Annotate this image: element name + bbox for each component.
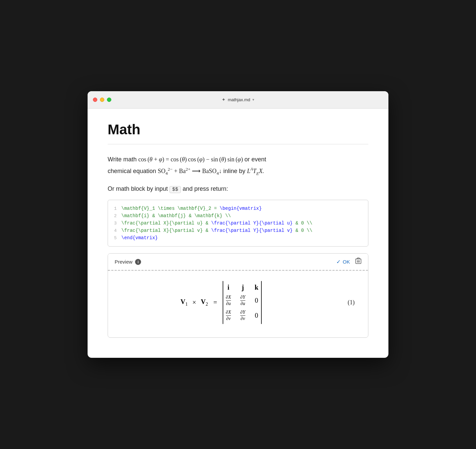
titlebar: ✦ mathjax.md ▾ — [88, 91, 388, 109]
line-content-1: \mathbf{V}_1 \times \mathbf{V}_2 = \begi… — [121, 206, 368, 211]
preview-actions: ✓ OK — [336, 258, 361, 266]
cell-j: j — [240, 284, 245, 291]
title-chevron-icon[interactable]: ▾ — [252, 98, 254, 102]
line-content-3: \frac{\partial X}{\partial u} & \frac{\p… — [121, 220, 368, 226]
cell-dxdv: ∂X ∂v — [226, 310, 231, 321]
line-num-4: 4 — [108, 228, 121, 233]
equation-container: V1 × V2 = — [121, 281, 355, 324]
close-button[interactable] — [93, 98, 97, 102]
dollar-badge: $$ — [169, 186, 181, 193]
code-line-2: 2 \mathbf{i} & \mathbf{j} & \mathbf{k} \… — [108, 212, 368, 219]
chemical-equation: SO42− + Ba2+ ⟶ BaSO4↓ — [158, 168, 223, 174]
equals-symbol: = — [213, 299, 217, 306]
window-title: mathjax.md — [228, 97, 250, 102]
matrix-equation: V1 × V2 = — [181, 281, 262, 324]
cell-0-row3: 0 — [255, 312, 258, 319]
minimize-button[interactable] — [100, 98, 104, 102]
matrix-grid: i j k ∂X ∂u ∂Y — [225, 281, 260, 324]
ok-button[interactable]: ✓ OK — [336, 259, 350, 265]
or-block-text: Or math block by input $$ and press retu… — [108, 185, 368, 193]
code-line-5: 5 \end{vmatrix} — [108, 234, 368, 242]
maximize-button[interactable] — [107, 98, 111, 102]
suffix-text: inline by — [223, 168, 247, 174]
preview-content: V1 × V2 = — [108, 271, 368, 337]
cell-dydv: ∂Y ∂v — [240, 310, 245, 321]
times-symbol: × — [193, 299, 196, 306]
equation-number: (1) — [321, 299, 355, 306]
line-content-4: \frac{\partial X}{\partial v} & \frac{\p… — [121, 228, 368, 233]
v2: V2 — [201, 298, 208, 307]
left-bar — [223, 281, 223, 324]
code-line-3: 3 \frac{\partial X}{\partial u} & \frac{… — [108, 219, 368, 227]
line-num-5: 5 — [108, 236, 121, 241]
code-text: \frac{\partial X}{\partial u} & — [121, 220, 211, 226]
or-prefix: Or math block by input — [108, 185, 169, 192]
cell-0-row2: 0 — [255, 297, 258, 304]
code-text: \frac{\partial Y}{\partial u} — [211, 220, 293, 226]
inline-formula: cos (θ + φ) = cos (θ) cos (φ) − sin (θ) … — [138, 156, 245, 163]
ok-label: OK — [343, 259, 350, 265]
vmatrix: i j k ∂X ∂u ∂Y — [223, 281, 262, 324]
cell-dxdu: ∂X ∂u — [226, 295, 231, 306]
code-editor[interactable]: 1 \mathbf{V}_1 \times \mathbf{V}_2 = \be… — [108, 200, 368, 247]
page-heading: Math — [108, 122, 368, 137]
preview-label-area: Preview i — [115, 259, 141, 265]
preview-text: Preview — [115, 259, 132, 265]
info-icon[interactable]: i — [135, 259, 141, 265]
trash-icon[interactable] — [355, 258, 361, 266]
traffic-lights — [93, 98, 111, 102]
preview-header: Preview i ✓ OK — [108, 254, 368, 270]
section-divider — [108, 144, 368, 144]
latex-logo: LATEX. — [247, 168, 264, 174]
cell-k: k — [255, 284, 258, 291]
line-num-2: 2 — [108, 213, 121, 218]
line-num-3: 3 — [108, 221, 121, 226]
file-icon: ✦ — [222, 97, 226, 102]
line-content-2: \mathbf{i} & \mathbf{j} & \mathbf{k} \\ — [121, 213, 368, 218]
code-line-4: 4 \frac{\partial X}{\partial v} & \frac{… — [108, 227, 368, 234]
prefix-text: Write math — [108, 156, 138, 163]
code-text: \frac{\partial Y}{\partial v} — [211, 228, 293, 233]
code-text: & 0 \\ — [292, 228, 312, 233]
checkmark-icon: ✓ — [336, 259, 341, 265]
math-paragraph-1: Write math cos (θ + φ) = cos (θ) cos (φ)… — [108, 154, 368, 178]
code-text: \mathbf{i} & \mathbf{j} & \mathbf{k} \\ — [121, 213, 231, 218]
code-text: \begin{vmatrix} — [220, 206, 262, 211]
line-content-5: \end{vmatrix} — [121, 235, 368, 241]
code-text: \mathbf{V}_1 \times \mathbf{V}_2 = — [121, 206, 220, 211]
math-display-area: V1 × V2 = — [121, 281, 321, 324]
code-line-1: 1 \mathbf{V}_1 \times \mathbf{V}_2 = \be… — [108, 205, 368, 212]
lhs: V1 — [181, 298, 188, 307]
right-bar — [261, 281, 262, 324]
code-text: \frac{\partial X}{\partial v} & — [121, 228, 211, 233]
content-area: Math Write math cos (θ + φ) = cos (θ) co… — [88, 109, 388, 358]
line-num-1: 1 — [108, 206, 121, 211]
cell-dydu: ∂Y ∂u — [240, 295, 245, 306]
cell-i: i — [226, 284, 231, 291]
app-window: ✦ mathjax.md ▾ Math Write math cos (θ + … — [88, 91, 388, 358]
code-text: & 0 \\ — [292, 220, 312, 226]
press-return-text: and press return: — [183, 185, 228, 192]
title-area: ✦ mathjax.md ▾ — [222, 97, 254, 102]
preview-box: Preview i ✓ OK — [108, 253, 368, 338]
code-text: \end{vmatrix} — [121, 235, 158, 241]
code-lines: 1 \mathbf{V}_1 \times \mathbf{V}_2 = \be… — [108, 200, 368, 246]
